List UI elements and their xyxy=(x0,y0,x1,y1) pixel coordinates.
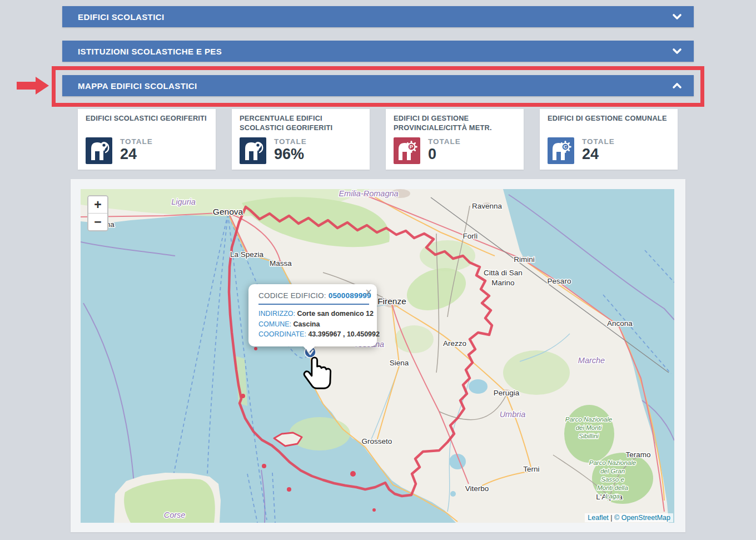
card-title: EDIFICI SCOLASTICI GEORIFERITI xyxy=(86,114,209,133)
map-attribution: Leaflet | © OpenStreetMap xyxy=(585,513,673,522)
map-label: Ravenna xyxy=(472,202,503,210)
total-value: 24 xyxy=(582,147,615,162)
map-label: Massa xyxy=(270,259,292,267)
indirizzo-value: Corte san domenico 12 xyxy=(297,310,374,318)
total-label: TOTALE xyxy=(120,137,153,146)
building-location-icon xyxy=(86,137,112,164)
map-label: Umbria xyxy=(500,410,526,419)
accordion-label: ISTITUZIONI SCOLASTICHE E PES xyxy=(62,47,222,56)
stats-row: EDIFICI SCOLASTICI GEORIFERITI TOTALE 24… xyxy=(78,109,678,170)
map-popup: CODICE EDIFICIO: 0500089999 INDIRIZZO: C… xyxy=(248,284,377,346)
map-label: Firenze xyxy=(377,296,406,306)
map-label: Liguria xyxy=(171,197,196,206)
total-label: TOTALE xyxy=(274,137,307,146)
zoom-control: + − xyxy=(87,195,108,231)
codice-edificio-label: CODICE EDIFICIO: xyxy=(258,291,326,300)
card-edifici-georiferiti: EDIFICI SCOLASTICI GEORIFERITI TOTALE 24 xyxy=(78,109,216,170)
map-label: La Spezia xyxy=(230,250,264,259)
chevron-up-icon[interactable] xyxy=(670,79,684,92)
total-value: 0 xyxy=(428,147,461,162)
card-percentuale-georiferiti: PERCENTUALE EDIFICI SCOLASTICI GEORIFERI… xyxy=(232,109,370,170)
accordion-mappa-edifici[interactable]: MAPPA EDIFICI SCOLASTICI xyxy=(62,75,694,96)
zoom-out-button[interactable]: − xyxy=(88,214,107,230)
map-label: Genova xyxy=(213,207,243,216)
map-label: Ancona xyxy=(607,319,633,328)
map-label: Forlì xyxy=(463,232,478,240)
building-gear-c-icon: C xyxy=(548,137,574,164)
map-label: Marche xyxy=(578,356,605,365)
coordinate-label: COORDINATE: xyxy=(258,330,306,338)
card-title: EDIFICI DI GESTIONE PROVINCIALE/CITTÀ ME… xyxy=(394,114,517,133)
building-location-icon xyxy=(240,137,266,164)
card-gestione-provinciale: EDIFICI DI GESTIONE PROVINCIALE/CITTÀ ME… xyxy=(386,109,524,170)
card-title: PERCENTUALE EDIFICI SCOLASTICI GEORIFERI… xyxy=(240,114,363,133)
comune-label: COMUNE: xyxy=(258,320,291,328)
map-label: Rimini xyxy=(514,255,535,264)
map-label: Siena xyxy=(390,359,409,367)
map-label: Viterbo xyxy=(465,484,489,493)
chevron-down-icon[interactable] xyxy=(670,10,684,23)
codice-edificio-link[interactable]: 0500089999 xyxy=(329,291,371,300)
accordion-edifici-scolastici[interactable]: EDIFICI SCOLASTICI xyxy=(62,6,694,27)
map-label: Perugia xyxy=(494,389,520,397)
openstreetmap-link[interactable]: © OpenStreetMap xyxy=(614,514,670,522)
svg-text:C: C xyxy=(564,143,568,150)
map-label: Pesaro xyxy=(548,277,571,285)
accordion-label: EDIFICI SCOLASTICI xyxy=(62,12,165,22)
chevron-down-icon[interactable] xyxy=(670,44,684,58)
building-gear-p-icon: P xyxy=(394,137,420,164)
popup-close-icon[interactable]: × xyxy=(365,286,372,298)
leaflet-map[interactable]: GenovaSavonaLiguriaLa SpeziaMassaEmilia-… xyxy=(81,189,674,523)
total-label: TOTALE xyxy=(582,137,615,146)
total-value: 24 xyxy=(120,147,153,162)
map-label: Emilia-Romagna xyxy=(339,189,398,198)
map-label: Grosseto xyxy=(362,437,392,445)
zoom-in-button[interactable]: + xyxy=(88,196,107,214)
svg-text:P: P xyxy=(410,143,414,150)
attribution-separator: | xyxy=(610,514,612,522)
total-value: 96% xyxy=(274,147,307,162)
total-label: TOTALE xyxy=(428,137,461,146)
map-label: Terni xyxy=(523,465,539,473)
popup-divider xyxy=(258,304,369,305)
map-label: Arezzo xyxy=(443,339,466,348)
indirizzo-label: INDIRIZZO: xyxy=(258,310,295,318)
map-label: Corse xyxy=(164,511,186,519)
map-label: Teramo xyxy=(625,450,650,459)
coordinate-value: 43.395967 , 10.450992 xyxy=(308,330,380,338)
comune-value: Cascina xyxy=(294,320,320,328)
accordion-label: MAPPA EDIFICI SCOLASTICI xyxy=(62,81,197,91)
card-title: EDIFICI DI GESTIONE COMUNALE xyxy=(548,114,671,133)
accordion-istituzioni-scolastiche[interactable]: ISTITUZIONI SCOLASTICHE E PES xyxy=(62,41,694,62)
card-gestione-comunale: EDIFICI DI GESTIONE COMUNALE C xyxy=(540,109,678,170)
leaflet-link[interactable]: Leaflet xyxy=(588,514,609,522)
highlight-arrow-icon xyxy=(17,77,49,95)
